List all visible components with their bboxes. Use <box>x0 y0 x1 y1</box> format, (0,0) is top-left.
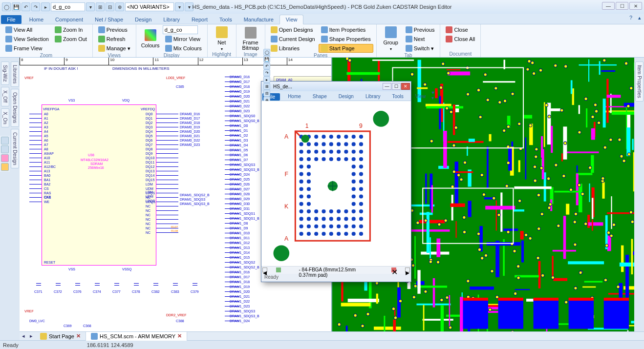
qat-dropdown-icon[interactable]: ▾ <box>86 2 95 11</box>
tool-highlight-icon[interactable] <box>1 154 9 162</box>
sw-close-tab-icon[interactable]: ✕ <box>391 267 396 272</box>
doctab-start-page[interactable]: Start Page✕ <box>35 332 86 341</box>
qat-measure1-icon[interactable]: ⊞ <box>96 2 105 11</box>
tab-home[interactable]: Home <box>23 15 49 24</box>
sw-tab-tools[interactable]: Tools <box>386 92 409 101</box>
doctab-scroll-left[interactable]: ◂ <box>20 333 27 339</box>
sw-chevrons-icon[interactable]: ♥ ▾ <box>431 90 434 101</box>
svg-rect-165 <box>606 79 608 123</box>
tab-library[interactable]: Library <box>157 15 186 24</box>
side-tab-xon[interactable]: X_On <box>1 108 9 128</box>
tab-net-shape[interactable]: Net / Shape <box>89 15 129 24</box>
sw-redo-icon[interactable]: ↷ <box>263 69 270 76</box>
doctab-scroll-right[interactable]: ▸ <box>27 333 35 339</box>
previous-view-button[interactable]: Previous <box>96 25 133 34</box>
highlight-net-button[interactable]: Net▾ <box>211 25 233 52</box>
qat-variants-drop-icon[interactable]: ▾ <box>175 2 184 11</box>
tool-node-icon[interactable] <box>1 145 9 153</box>
sw-tab-home[interactable]: Home <box>282 92 307 101</box>
sw-tab-view[interactable]: View <box>409 92 432 101</box>
display-search-input[interactable] <box>163 25 198 34</box>
qat-pointer-icon[interactable]: ▸ <box>41 2 50 11</box>
view-all-button[interactable]: View All <box>3 25 51 34</box>
ribbon-minimize-icon[interactable]: ▴ <box>638 15 641 21</box>
shape-properties-button[interactable]: Shape Properties <box>319 35 373 43</box>
side-tab-sigwiz[interactable]: Sig-Wiz <box>1 62 9 85</box>
open-designs-button[interactable]: Open Designs <box>268 25 318 34</box>
side-tab-libraries[interactable]: Libraries <box>11 62 19 87</box>
qat-origin-icon[interactable]: ⊕ <box>115 2 124 11</box>
view-selection-button[interactable]: View Selection <box>3 35 51 43</box>
refresh-button[interactable]: Refresh <box>96 35 133 43</box>
help-icon[interactable]: ? <box>629 15 632 21</box>
current-design-button[interactable]: Current Design <box>268 35 318 43</box>
tab-next-button[interactable]: Next <box>403 35 437 43</box>
sw-maximize-button[interactable]: ☐ <box>392 83 401 90</box>
tab-file[interactable]: File <box>1 15 21 24</box>
sw-minimize-button[interactable]: — <box>383 83 391 90</box>
close-button[interactable]: ✕ <box>629 2 642 10</box>
sw-undo-icon[interactable]: ↶ <box>263 62 270 69</box>
sw-scroll-right-icon[interactable]: ▸ <box>405 267 410 272</box>
qat-save-icon[interactable]: 💾 <box>12 2 21 11</box>
group-button[interactable]: Group▾ <box>380 25 402 52</box>
subwin-titlebar[interactable]: ◯ 💾 ↶ ↷ ▸ ⊞ ⊟ ⊕ ⊡ ⊞ ⊟ HS_de... — ☐ ✕ <box>261 82 411 91</box>
side-tab-item-properties[interactable]: Item Properties <box>635 62 644 102</box>
subwin-canvas[interactable]: A F K A 1 9 <box>261 101 411 266</box>
sw-close-button[interactable]: ✕ <box>401 83 410 90</box>
sw-app-icon[interactable]: ◯ <box>263 49 270 56</box>
qat-more-icon[interactable]: ▾ <box>185 2 193 11</box>
mirror-view-button[interactable]: Mirror View <box>163 35 204 43</box>
tool-select-icon[interactable] <box>1 137 9 144</box>
manage-button[interactable]: Manage ▾ <box>96 44 133 53</box>
side-tab-xoff[interactable]: X_Off <box>1 87 9 106</box>
doctab-scm[interactable]: HS_SCM.scm - ARM MEMORY✕ <box>86 332 187 341</box>
sw-tab-library[interactable]: Library <box>360 92 386 101</box>
scm-close-icon[interactable]: ✕ <box>177 333 182 339</box>
sw-scroll-thumb[interactable] <box>276 267 281 272</box>
sw-tab-design[interactable]: Design <box>333 92 360 101</box>
chip-pin-r-14: DQ14 <box>146 174 154 177</box>
tab-report[interactable]: Report <box>186 15 214 24</box>
startpage-close-icon[interactable]: ✕ <box>76 333 81 339</box>
maximize-button[interactable]: ☐ <box>616 2 628 10</box>
start-page-button[interactable]: Start Page <box>319 44 373 53</box>
qat-search-input[interactable] <box>51 2 85 11</box>
qat-redo-icon[interactable]: ↷ <box>31 2 40 11</box>
sw-save-icon[interactable]: 💾 <box>263 56 270 62</box>
zoom-out-button[interactable]: Zoom Out <box>52 35 89 43</box>
sw-m2-icon[interactable]: ⊟ <box>263 90 270 97</box>
frame-view-button[interactable]: Frame View <box>3 44 51 53</box>
tab-design[interactable]: Design <box>129 15 157 24</box>
tab-previous-button[interactable]: Previous <box>403 25 437 34</box>
close-button-doc[interactable]: Close <box>443 25 477 34</box>
sw-tab-shape[interactable]: Shape <box>307 92 333 101</box>
sw-scroll-left-icon[interactable]: ◂ <box>262 267 267 272</box>
close-all-button[interactable]: Close All <box>443 35 477 43</box>
zoom-in-button[interactable]: Zoom In <box>52 25 89 34</box>
qat-undo-icon[interactable]: ↶ <box>21 2 30 11</box>
side-tab-current-design[interactable]: Current Design <box>11 129 19 168</box>
svg-rect-161 <box>455 105 459 112</box>
mix-colours-button[interactable]: Mix Colours <box>163 44 204 53</box>
item-properties-button[interactable]: Item Properties <box>319 25 373 34</box>
qat-variants-select[interactable] <box>125 2 174 11</box>
library-subwindow[interactable]: ◯ 💾 ↶ ↷ ▸ ⊞ ⊟ ⊕ ⊡ ⊞ ⊟ HS_de... — ☐ ✕ Fil… <box>261 81 411 282</box>
tool-route-icon[interactable] <box>1 163 9 171</box>
qat-measure2-icon[interactable]: ⊟ <box>106 2 114 11</box>
sw-m1-icon[interactable]: ⊞ <box>263 83 270 90</box>
libraries-button[interactable]: Libraries <box>268 44 318 53</box>
sw-ptr-icon[interactable]: ▸ <box>263 76 270 83</box>
tab-component[interactable]: Component <box>49 15 89 24</box>
frame-bitmap-button[interactable]: Frame Bitmap <box>239 25 262 52</box>
svg-point-540 <box>329 217 333 221</box>
colours-button[interactable]: Colours <box>139 25 162 52</box>
subwin-hscroll[interactable]: ◂ - 84-FBGA (8mmx12.5mm 0.37mm pad) ✕ ▸ <box>261 266 411 274</box>
qat-app-icon[interactable]: ◯ <box>2 2 11 11</box>
tab-manufacture[interactable]: Manufacture <box>238 15 279 24</box>
side-tab-open-designs[interactable]: Open Designs <box>11 89 19 126</box>
tab-tools[interactable]: Tools <box>214 15 238 24</box>
tab-view[interactable]: View <box>279 15 304 24</box>
tab-switch-button[interactable]: Switch ▾ <box>403 44 437 53</box>
minimize-button[interactable]: — <box>602 2 615 10</box>
